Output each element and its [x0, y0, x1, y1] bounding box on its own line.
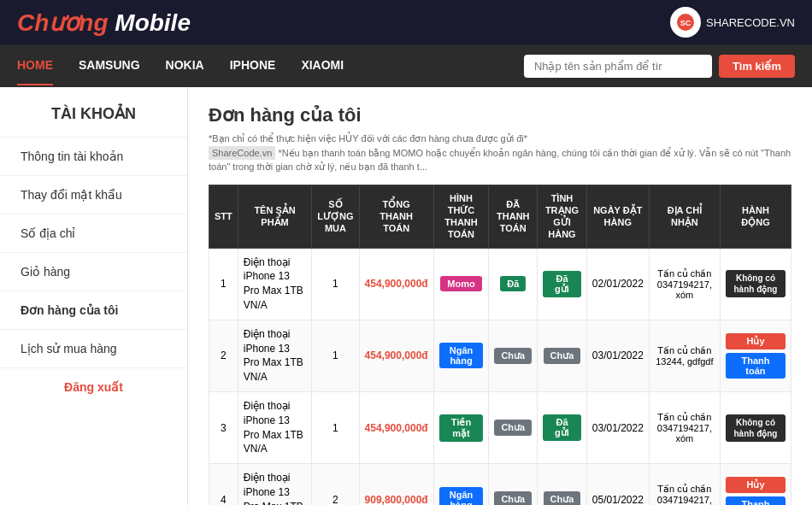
search-area: Tìm kiếm: [524, 55, 795, 78]
cell-quantity: 1: [312, 248, 359, 320]
cell-total: 454,900,000đ: [359, 320, 433, 391]
cell-stt: 3: [209, 392, 238, 464]
cell-stt: 2: [209, 320, 238, 391]
action-area: HủyThanh toán: [726, 333, 786, 379]
thanhtoan-button[interactable]: Thanh toán: [726, 353, 786, 379]
page-note: *Bạn chỉ có thể thực hiện việc HỦY đối v…: [209, 132, 791, 174]
cell-paid: Chưa: [489, 464, 538, 505]
cell-order-date: 02/01/2022: [586, 248, 649, 320]
table-row: 4 Điện thoại iPhone 13 Pro Max 1TB VN/A …: [209, 464, 791, 505]
col-action: HÀNHĐỘNG: [720, 185, 791, 248]
search-button[interactable]: Tìm kiếm: [719, 55, 795, 78]
cell-total: 454,900,000đ: [359, 248, 433, 320]
cell-actions: HủyThanh toán: [720, 320, 791, 391]
cell-payment-method: Ngân hàng: [433, 464, 489, 505]
nav-samsung[interactable]: SAMSUNG: [79, 46, 140, 85]
main-layout: TÀI KHOẢN Thông tin tài khoản Thay đổi m…: [0, 87, 812, 505]
cell-order-date: 05/01/2022: [586, 464, 649, 505]
col-order-date: NGÀY ĐẶTHÀNG: [586, 185, 649, 248]
cell-payment-method: Tiền mặt: [433, 392, 489, 464]
col-product: TÊN SẢNPHẨM: [238, 185, 312, 248]
huy-button[interactable]: Hủy: [726, 333, 786, 349]
col-payment-method: HÌNHTHỨCTHANHTOÁN: [433, 185, 489, 248]
table-header: STT TÊN SẢNPHẨM SỐLƯỢNGMUA TỔNGTHANHTOÁN…: [209, 185, 791, 248]
cell-paid: Chưa: [489, 392, 538, 464]
cell-payment-method: Ngân hàng: [433, 320, 489, 391]
cell-paid: Đã: [489, 248, 538, 320]
col-stt: STT: [209, 185, 238, 248]
logo: Chương Mobile: [17, 9, 191, 37]
cell-paid: Chưa: [489, 320, 538, 391]
cell-shipping: Đã gửi: [538, 392, 587, 464]
sharecode-logo-icon: SC: [670, 7, 701, 38]
huy-button[interactable]: Hủy: [726, 477, 786, 493]
table-wrapper: STT TÊN SẢNPHẨM SỐLƯỢNGMUA TỔNGTHANHTOÁN…: [209, 185, 791, 506]
sidebar-item-address[interactable]: Số địa chỉ: [0, 214, 187, 252]
cell-quantity: 1: [312, 320, 359, 391]
logo-red-text: Chương: [17, 9, 109, 36]
sidebar-item-history[interactable]: Lịch sử mua hàng: [0, 329, 187, 367]
cell-actions: HủyThanh toán: [720, 464, 791, 505]
cell-quantity: 1: [312, 392, 359, 464]
col-shipping: TÌNHTRẠNGGỬIHÀNG: [538, 185, 587, 248]
note-line2: ShareCode.vn *Nếu bạn thanh toán bằng MO…: [209, 146, 791, 174]
cell-product: Điện thoại iPhone 13 Pro Max 1TB VN/A: [238, 392, 312, 464]
sidebar-item-orders[interactable]: Đơn hàng của tôi: [0, 291, 187, 329]
col-total: TỔNGTHANHTOÁN: [359, 185, 433, 248]
nav-iphone[interactable]: IPHONE: [230, 46, 276, 85]
nav-bar: HOME SAMSUNG NOKIA IPHONE XIAOMI Tìm kiế…: [0, 44, 812, 87]
table-row: 1 Điện thoại iPhone 13 Pro Max 1TB VN/A …: [209, 248, 791, 320]
nav-xiaomi[interactable]: XIAOMI: [301, 46, 344, 85]
cell-address: Tấn củ chần 0347194217, xóm: [649, 392, 720, 464]
cell-order-date: 03/01/2022: [586, 392, 649, 464]
action-area: HủyThanh toán: [726, 477, 786, 505]
orders-table: STT TÊN SẢNPHẨM SỐLƯỢNGMUA TỔNGTHANHTOÁN…: [209, 185, 791, 506]
cell-address: Tấn củ chần 0347194217, xóm: [649, 248, 720, 320]
thanhtoan-button[interactable]: Thanh toán: [726, 496, 786, 505]
cell-stt: 1: [209, 248, 238, 320]
note-highlight: ShareCode.vn: [209, 146, 275, 160]
nav-home[interactable]: HOME: [17, 46, 53, 85]
table-row: 3 Điện thoại iPhone 13 Pro Max 1TB VN/A …: [209, 392, 791, 464]
sharecode-svg-icon: SC: [676, 13, 695, 32]
logo-white-text: Mobile: [109, 9, 191, 36]
top-header: Chương Mobile SC SHARECODE.VN: [0, 0, 812, 44]
content-area: Đơn hàng của tôi *Bạn chỉ có thể thực hi…: [188, 87, 812, 505]
col-address: ĐỊA CHỈ NHẬN: [649, 185, 720, 248]
table-row: 2 Điện thoại iPhone 13 Pro Max 1TB VN/A …: [209, 320, 791, 391]
sidebar-title: TÀI KHOẢN: [0, 104, 187, 123]
sidebar-item-account-info[interactable]: Thông tin tài khoản: [0, 137, 187, 175]
cell-order-date: 03/01/2022: [586, 320, 649, 391]
table-body: 1 Điện thoại iPhone 13 Pro Max 1TB VN/A …: [209, 248, 791, 505]
sidebar-item-cart[interactable]: Giỏ hàng: [0, 252, 187, 291]
action-area: Không cóhành động: [726, 270, 786, 297]
nav-nokia[interactable]: NOKIA: [166, 46, 204, 85]
sharecode-brand: SC SHARECODE.VN: [670, 7, 795, 38]
cell-stt: 4: [209, 464, 238, 505]
header-row: STT TÊN SẢNPHẨM SỐLƯỢNGMUA TỔNGTHANHTOÁN…: [209, 185, 791, 248]
sidebar-item-change-password[interactable]: Thay đổi mật khẩu: [0, 175, 187, 214]
cell-address: Tấn củ chần 0347194217, xóm: [649, 464, 720, 505]
no-action-button: Không cóhành động: [726, 270, 786, 297]
cell-payment-method: Momo: [433, 248, 489, 320]
sidebar: TÀI KHOẢN Thông tin tài khoản Thay đổi m…: [0, 87, 188, 505]
sidebar-item-logout[interactable]: Đăng xuất: [0, 367, 187, 406]
cell-product: Điện thoại iPhone 13 Pro Max 1TB VN/A: [238, 464, 312, 505]
cell-quantity: 2: [312, 464, 359, 505]
cell-total: 454,900,000đ: [359, 392, 433, 464]
cell-shipping: Chưa: [538, 464, 587, 505]
cell-address: Tấn củ chần 13244, gdfgdf: [649, 320, 720, 391]
cell-shipping: Chưa: [538, 320, 587, 391]
note-line2-text: *Nếu bạn thanh toán bằng MOMO hoặc chuyể…: [209, 148, 791, 173]
action-area: Không cóhành động: [726, 414, 786, 442]
cell-product: Điện thoại iPhone 13 Pro Max 1TB VN/A: [238, 248, 312, 320]
no-action-button: Không cóhành động: [726, 414, 786, 442]
cell-actions: Không cóhành động: [720, 248, 791, 320]
cell-total: 909,800,000đ: [359, 464, 433, 505]
cell-shipping: Đã gửi: [538, 248, 587, 320]
search-input[interactable]: [524, 55, 712, 78]
nav-links: HOME SAMSUNG NOKIA IPHONE XIAOMI: [17, 46, 344, 85]
page-title: Đơn hàng của tôi: [209, 104, 791, 126]
sharecode-text: SHARECODE.VN: [706, 16, 795, 29]
note-line1: *Bạn chỉ có thể thực hiện việc HỦY đối v…: [209, 132, 791, 146]
